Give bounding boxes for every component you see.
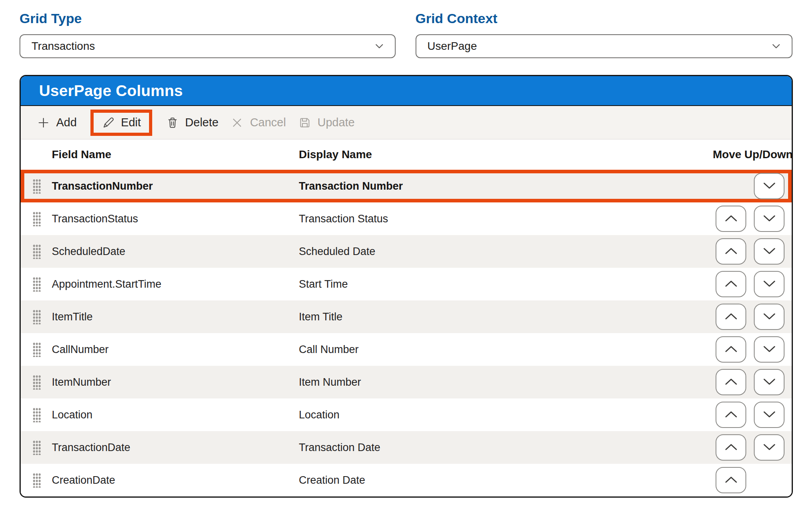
chevron-up-icon	[723, 409, 739, 421]
drag-handle-cell	[33, 179, 52, 194]
display-name-cell: Transaction Date	[299, 441, 713, 454]
drag-handle-icon[interactable]	[33, 212, 41, 226]
update-button-label: Update	[318, 116, 355, 129]
chevron-down-icon	[761, 343, 778, 356]
move-up-slot	[716, 173, 746, 199]
move-up-button[interactable]	[716, 271, 746, 297]
move-buttons-cell	[713, 206, 785, 232]
move-buttons-cell	[713, 369, 785, 395]
grid-type-label: Grid Type	[20, 10, 396, 27]
drag-handle-icon[interactable]	[33, 375, 41, 390]
chevron-down-icon	[761, 245, 778, 258]
move-down-button[interactable]	[754, 206, 785, 232]
add-button[interactable]: Add	[37, 116, 77, 129]
table-row[interactable]: TransactionNumber Transaction Number	[21, 170, 792, 202]
drag-handle-cell	[33, 473, 52, 488]
move-up-slot	[716, 336, 746, 363]
move-up-slot	[716, 238, 746, 265]
edit-button[interactable]: Edit	[102, 116, 141, 129]
display-name-cell: Item Title	[299, 311, 713, 323]
drag-handle-icon[interactable]	[33, 342, 41, 357]
toolbar: Add Edit	[21, 106, 792, 139]
move-up-button[interactable]	[716, 206, 746, 232]
move-down-slot	[754, 369, 785, 395]
cancel-button-label: Cancel	[250, 116, 286, 129]
display-name-cell: Location	[299, 409, 713, 421]
delete-button[interactable]: Delete	[166, 116, 219, 129]
move-down-slot	[754, 271, 785, 297]
move-down-button[interactable]	[754, 271, 785, 297]
grid-context-label: Grid Context	[416, 10, 793, 27]
move-up-button[interactable]	[716, 402, 746, 428]
field-name-cell: ScheduledDate	[52, 245, 299, 258]
edit-button-label: Edit	[121, 116, 141, 129]
move-buttons-cell	[713, 434, 785, 461]
table-row[interactable]: Appointment.StartTime Start Time	[21, 268, 792, 300]
userpage-columns-panel: UserPage Columns Add Edit	[20, 75, 793, 498]
move-up-slot	[716, 434, 746, 461]
chevron-down-icon	[761, 311, 778, 323]
chevron-up-icon	[723, 474, 739, 487]
display-name-cell: Transaction Number	[299, 180, 713, 192]
table-row[interactable]: ItemNumber Item Number	[21, 366, 792, 398]
field-name-cell: ItemTitle	[52, 311, 299, 323]
cancel-button[interactable]: Cancel	[230, 116, 286, 129]
chevron-down-icon	[373, 40, 385, 52]
display-name-header: Display Name	[299, 148, 713, 161]
field-name-cell: Appointment.StartTime	[52, 278, 299, 290]
field-name-cell: Location	[52, 409, 299, 421]
move-up-button[interactable]	[716, 238, 746, 265]
display-name-cell: Creation Date	[299, 474, 713, 487]
move-down-button[interactable]	[754, 402, 785, 428]
drag-handle-icon[interactable]	[33, 408, 41, 422]
chevron-down-icon	[761, 278, 778, 290]
table-row[interactable]: ItemTitle Item Title	[21, 300, 792, 333]
move-up-slot	[716, 271, 746, 297]
grid-type-selected-value: Transactions	[31, 40, 95, 53]
drag-handle-icon[interactable]	[33, 277, 41, 292]
chevron-down-icon	[761, 376, 778, 388]
move-up-button[interactable]	[716, 304, 746, 330]
add-button-label: Add	[56, 116, 77, 129]
grid-context-selected-value: UserPage	[428, 40, 477, 53]
drag-handle-icon[interactable]	[33, 440, 41, 455]
move-down-button[interactable]	[754, 369, 785, 395]
chevron-down-icon	[770, 40, 782, 52]
move-down-button[interactable]	[754, 434, 785, 461]
drag-handle-icon[interactable]	[33, 310, 41, 324]
move-down-button[interactable]	[754, 304, 785, 330]
table-row[interactable]: TransactionDate Transaction Date	[21, 431, 792, 464]
move-down-button[interactable]	[754, 173, 785, 199]
move-up-button[interactable]	[716, 467, 746, 493]
trash-icon	[166, 116, 179, 129]
drag-handle-icon[interactable]	[33, 179, 41, 194]
move-up-slot	[716, 206, 746, 232]
move-down-button[interactable]	[754, 238, 785, 265]
move-up-button[interactable]	[716, 369, 746, 395]
move-up-slot	[716, 304, 746, 330]
grid-type-select[interactable]: Transactions	[20, 34, 396, 58]
move-down-button[interactable]	[754, 336, 785, 363]
drag-handle-cell	[33, 408, 52, 422]
update-button[interactable]: Update	[298, 116, 355, 129]
drag-handle-cell	[33, 244, 52, 259]
display-name-cell: Transaction Status	[299, 213, 713, 225]
table-row[interactable]: CallNumber Call Number	[21, 333, 792, 366]
table-row[interactable]: CreationDate Creation Date	[21, 464, 792, 496]
move-up-button[interactable]	[716, 336, 746, 363]
display-name-cell: Scheduled Date	[299, 245, 713, 258]
table-row[interactable]: TransactionStatus Transaction Status	[21, 202, 792, 235]
drag-handle-icon[interactable]	[33, 473, 41, 488]
field-name-cell: TransactionNumber	[52, 180, 299, 192]
grid-context-select[interactable]: UserPage	[416, 34, 793, 58]
chevron-up-icon	[723, 376, 739, 388]
panel-header: UserPage Columns	[21, 76, 792, 106]
drag-handle-icon[interactable]	[33, 244, 41, 259]
move-up-slot	[716, 402, 746, 428]
table-row[interactable]: ScheduledDate Scheduled Date	[21, 235, 792, 268]
display-name-cell: Start Time	[299, 278, 713, 290]
move-up-button[interactable]	[716, 434, 746, 461]
chevron-up-icon	[723, 343, 739, 356]
table-header-row: Field Name Display Name Move Up/Down	[21, 139, 792, 170]
table-row[interactable]: Location Location	[21, 398, 792, 431]
